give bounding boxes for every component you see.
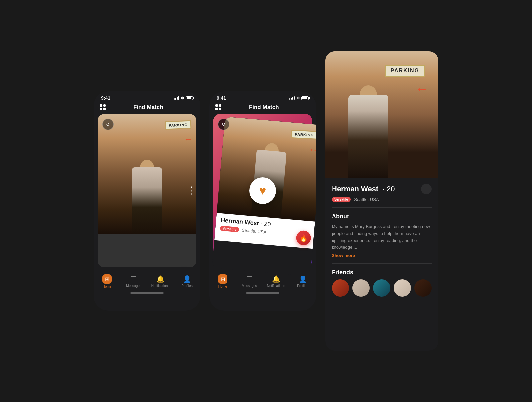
profile-name-3: Herman West [332,185,378,193]
parking-sign-1: PARKING [165,120,192,130]
phone-3: PARKING ← Herman West · 20 ··· Versatile… [325,51,438,351]
card-image-1: PARKING ← ↺ [98,114,196,267]
parking-arrow-2: ← [308,144,316,155]
profiles-icon-1: 👤 [183,275,191,283]
notifications-icon-1: 🔔 [156,275,165,283]
fire-icon-2: 🔥 [299,234,308,242]
undo-button-1[interactable]: ↺ [102,119,114,130]
profile-name-row-3: Herman West · 20 ··· [332,184,432,194]
front-card-age-2: · 20 [261,220,271,228]
nav-notifications-label-2: Notifications [267,284,285,288]
nav-profiles-label-1: Profiles [181,284,192,288]
nav-messages-label-1: Messages [126,284,141,288]
nav-profiles-1[interactable]: 👤 Profiles [177,275,197,288]
parking-arrow-1: ← [184,134,193,145]
phone-1: 9:41 ⊛ Find Match ≡ [94,91,200,311]
nav-notifications-2[interactable]: 🔔 Notifications [266,275,286,288]
nav-home-label-2: Home [218,285,227,288]
status-icons-1: ⊛ [174,96,193,100]
about-text-3: My name is Mary Burgess and I enjoy meet… [332,223,432,251]
home-indicator-1 [130,292,164,294]
profiles-icon-2: 👤 [299,275,307,283]
profile-tag-3: Versatile [332,197,351,202]
card-area-1: PARKING ← ↺ [98,114,196,267]
battery-icon-2 [301,96,309,100]
show-more-3[interactable]: Show more [332,253,432,258]
divider-3 [332,207,432,208]
divider-friends-3 [332,263,432,264]
nav-home-label-1: Home [103,285,112,288]
person-1 [124,147,170,234]
phone-2: 9:41 ⊛ Find Match ≡ [209,91,316,311]
filter-icon-2[interactable]: ≡ [306,104,310,111]
friends-row-3 [332,279,432,297]
friend-avatar-3[interactable] [373,279,390,297]
status-icons-2: ⊛ [289,96,309,100]
nav-profiles-label-2: Profiles [297,284,308,288]
status-time-1: 9:41 [101,95,110,100]
notifications-icon-2: 🔔 [272,275,280,283]
dots-indicator-1 [191,187,192,195]
bottom-nav-1: ⊞ Home ☰ Messages 🔔 Notifications 👤 Prof… [94,271,200,291]
profile-info-3: Herman West · 20 ··· Versatile Seattle, … [325,178,438,302]
more-button-3[interactable]: ··· [421,184,432,194]
nav-messages-1[interactable]: ☰ Messages [124,275,144,288]
home-indicator-2 [246,292,279,294]
status-time-2: 9:41 [217,95,226,100]
front-card-tag-2: Versatile [220,226,239,232]
nav-profiles-2[interactable]: 👤 Profiles [293,275,313,288]
grid-icon-1[interactable] [100,104,106,110]
nav-home-2[interactable]: ⊞ Home [213,274,233,288]
person-2 [243,129,297,219]
profile-card-1[interactable]: PARKING ← ↺ [98,114,196,267]
wifi-icon-2: ⊛ [296,96,300,100]
nav-notifications-1[interactable]: 🔔 Notifications [150,275,170,288]
filter-icon-1[interactable]: ≡ [191,104,194,111]
status-bar-2: 9:41 ⊛ [209,91,316,102]
messages-icon-1: ☰ [131,275,137,283]
nav-messages-label-2: Messages [242,284,257,288]
card-area-2: ↺ Jo Versatile Seattle, USA ↺ PARKING [213,114,312,267]
battery-icon-1 [186,96,193,100]
messages-icon-2: ☰ [246,275,252,283]
grid-icon-2[interactable] [215,104,221,110]
friends-title-3: Friends [332,269,432,276]
profile-name-age-3: Herman West · 20 [332,185,395,193]
undo-button-top-2[interactable]: ↺ [218,119,229,130]
detail-person-3 [338,71,398,178]
front-card-name-2: Herman West [220,217,259,227]
front-card-location-2: Seattle, USA [241,228,266,235]
about-title-3: About [332,213,432,220]
header-title-1: Find Match [133,104,163,111]
app-header-2: Find Match ≡ [209,102,316,114]
app-header-1: Find Match ≡ [94,102,200,114]
nav-notifications-label-1: Notifications [151,284,169,288]
nav-messages-2[interactable]: ☰ Messages [239,275,259,288]
friend-avatar-5[interactable] [414,279,432,297]
header-title-2: Find Match [249,104,279,111]
wifi-icon-1: ⊛ [181,96,184,100]
detail-arrow-3: ← [415,81,428,96]
friend-avatar-1[interactable] [332,279,349,297]
status-bar-1: 9:41 ⊛ [94,91,200,102]
home-icon-2: ⊞ [218,274,227,284]
profile-tags-3: Versatile Seattle, USA [332,197,432,202]
signal-icon-2 [289,96,295,100]
home-icon-1: ⊞ [102,274,112,284]
nav-home-1[interactable]: ⊞ Home [97,274,117,288]
friend-avatar-2[interactable] [352,279,370,297]
detail-image-3: PARKING ← [325,51,438,178]
scene: 9:41 ⊛ Find Match ≡ [0,0,532,402]
signal-icon-1 [174,96,179,100]
heart-icon-2: ♥ [259,184,266,198]
friend-avatar-4[interactable] [394,279,411,297]
heart-overlay-2: ♥ [249,177,276,204]
profile-age-3: · 20 [383,185,395,193]
profile-location-3: Seattle, USA [354,197,379,202]
